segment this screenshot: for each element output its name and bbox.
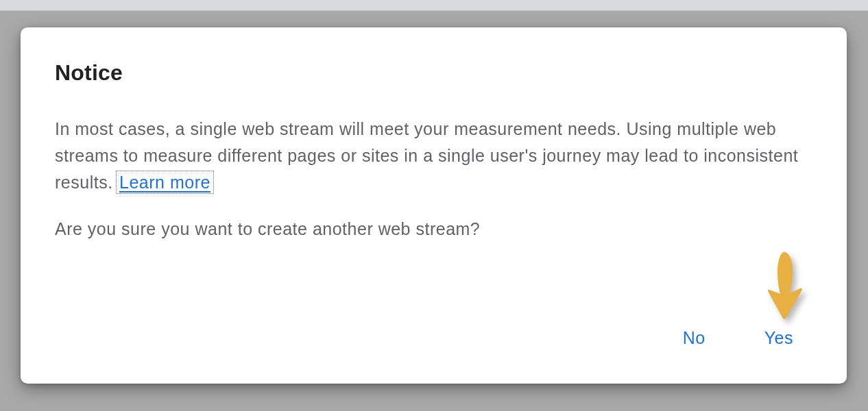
learn-more-link[interactable]: Learn more <box>118 173 212 192</box>
dialog-body-paragraph: In most cases, a single web stream will … <box>55 116 812 195</box>
yes-button[interactable]: Yes <box>759 324 799 352</box>
dialog-confirm-question: Are you sure you want to create another … <box>55 216 812 242</box>
confirmation-dialog: Notice In most cases, a single web strea… <box>21 27 847 384</box>
dialog-title: Notice <box>55 60 812 86</box>
no-button[interactable]: No <box>677 324 711 352</box>
dialog-actions: No Yes <box>55 324 812 359</box>
background-toolbar <box>0 0 868 11</box>
dialog-body: In most cases, a single web stream will … <box>55 116 812 263</box>
